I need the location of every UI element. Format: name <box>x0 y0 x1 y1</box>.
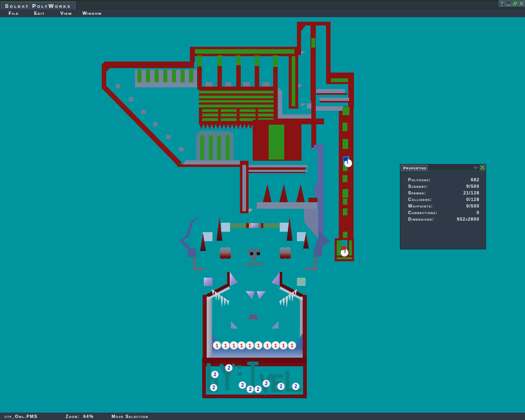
svg-text:2: 2 <box>228 365 231 371</box>
svg-text:1: 1 <box>215 342 218 349</box>
